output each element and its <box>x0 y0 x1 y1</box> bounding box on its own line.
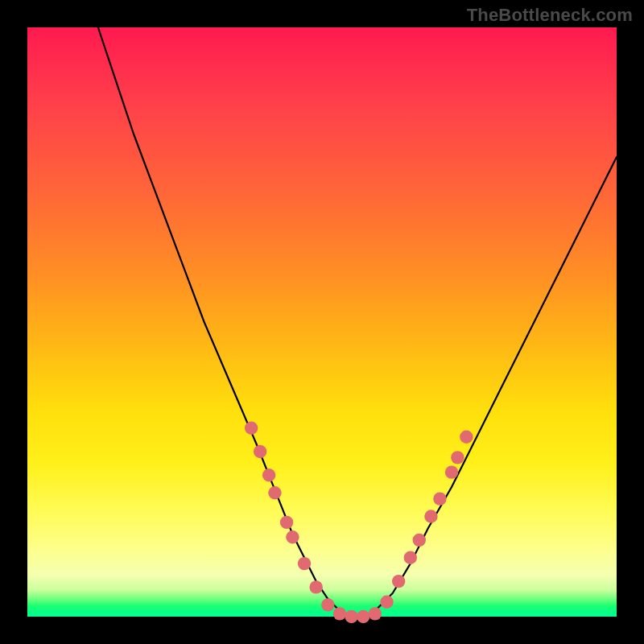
bottleneck-curve <box>98 27 617 617</box>
data-marker <box>286 530 299 543</box>
data-marker <box>413 534 426 547</box>
data-marker <box>298 557 311 570</box>
data-marker <box>392 575 405 588</box>
data-marker <box>268 486 281 499</box>
data-marker <box>254 445 266 458</box>
data-marker <box>345 610 357 623</box>
data-marker <box>262 469 275 481</box>
data-marker <box>451 451 464 464</box>
marker-group <box>245 422 473 624</box>
data-marker <box>280 516 293 529</box>
plot-area <box>27 27 617 617</box>
data-marker <box>309 580 322 593</box>
data-marker <box>369 607 382 620</box>
data-marker <box>424 510 437 522</box>
data-marker <box>357 610 369 623</box>
data-marker <box>380 596 393 609</box>
chart-frame: TheBottleneck.com <box>0 0 644 644</box>
watermark-text: TheBottleneck.com <box>467 5 633 26</box>
data-marker <box>245 422 258 435</box>
data-marker <box>321 598 334 611</box>
data-marker <box>404 551 417 564</box>
data-marker <box>333 607 346 620</box>
data-marker <box>460 431 473 444</box>
chart-svg <box>27 27 617 617</box>
data-marker <box>433 492 446 505</box>
data-marker <box>445 465 458 478</box>
